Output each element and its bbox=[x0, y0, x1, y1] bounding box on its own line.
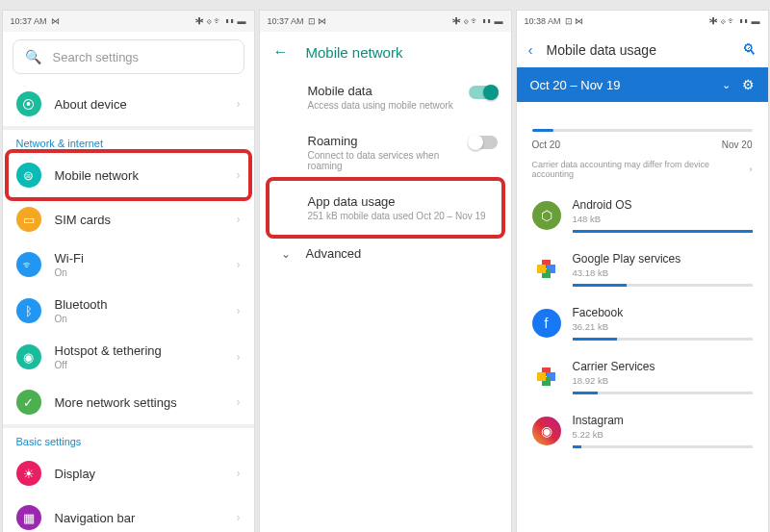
clock: 10:37 AM bbox=[268, 16, 304, 26]
display-icon: ☀ bbox=[16, 461, 41, 486]
app-usage-row[interactable]: Carrier Services18.92 kB bbox=[517, 350, 768, 404]
sim-cards-row[interactable]: ▭ SIM cards › bbox=[3, 197, 254, 241]
facebook-icon: f bbox=[532, 309, 561, 338]
date-range-selector[interactable]: Oct 20 – Nov 19 ⌄ ⚙ bbox=[517, 67, 768, 102]
android-os-icon: ⬡ bbox=[532, 201, 561, 230]
gear-icon[interactable]: ⚙ bbox=[742, 77, 755, 92]
clock: 10:37 AM bbox=[11, 16, 47, 26]
status-icons: ✱ ⊘ ᯤ ▮▮ ▬ bbox=[709, 16, 759, 26]
section-basic: Basic settings bbox=[3, 428, 254, 451]
back-chevron-icon[interactable]: ‹ bbox=[528, 41, 533, 58]
screen-title: Mobile network bbox=[306, 44, 403, 61]
app-data-usage-row[interactable]: App data usage251 kB mobile data used Oc… bbox=[260, 183, 511, 233]
wifi-row[interactable]: ᯤ Wi-FiOn › bbox=[3, 241, 254, 288]
chevron-right-icon: › bbox=[237, 213, 241, 226]
settings-screen: 10:37 AM⋈ ✱ ⊘ ᯤ ▮▮ ▬ 🔍 Search settings ⦿… bbox=[2, 10, 255, 532]
navbar-icon: ▦ bbox=[16, 505, 41, 530]
status-bar: 10:37 AM⊡ ⋈ ✱ ⊘ ᯤ ▮▮ ▬ bbox=[260, 11, 511, 32]
chevron-down-icon: ⌄ bbox=[281, 247, 291, 261]
more-network-icon: ✓ bbox=[16, 390, 41, 415]
bluetooth-icon: ᛒ bbox=[16, 298, 41, 323]
search-icon: 🔍 bbox=[25, 49, 41, 64]
search-icon[interactable]: 🔍︎ bbox=[742, 41, 757, 58]
about-device-row[interactable]: ⦿ About device › bbox=[3, 82, 254, 126]
carrier-services-icon bbox=[532, 363, 561, 392]
chevron-right-icon: › bbox=[237, 467, 241, 480]
chevron-right-icon: › bbox=[237, 168, 241, 182]
instagram-icon: ◉ bbox=[532, 417, 561, 445]
wifi-icon: ᯤ bbox=[16, 252, 41, 277]
search-settings[interactable]: 🔍 Search settings bbox=[13, 39, 244, 74]
app-usage-row[interactable]: f Facebook36.21 kB bbox=[517, 296, 768, 350]
chevron-right-icon: › bbox=[750, 165, 753, 174]
status-bar: 10:38 AM⊡ ⋈ ✱ ⊘ ᯤ ▮▮ ▬ bbox=[517, 11, 768, 32]
mobile-network-screen: 10:37 AM⊡ ⋈ ✱ ⊘ ᯤ ▮▮ ▬ ← Mobile network … bbox=[259, 10, 512, 532]
chevron-right-icon: › bbox=[237, 395, 241, 409]
back-arrow-icon[interactable]: ← bbox=[273, 43, 289, 61]
usage-timeline: Oct 20Nov 20 bbox=[532, 129, 753, 150]
hotspot-row[interactable]: ◉ Hotspot & tetheringOff › bbox=[3, 334, 254, 380]
about-icon: ⦿ bbox=[16, 91, 41, 116]
section-network: Network & internet bbox=[3, 130, 254, 153]
screen-title: Mobile data usage bbox=[547, 42, 729, 58]
advanced-row[interactable]: ⌄ Advanced bbox=[260, 233, 511, 274]
app-usage-row[interactable]: Google Play services43.18 kB bbox=[517, 242, 768, 296]
status-bar: 10:37 AM⋈ ✱ ⊘ ᯤ ▮▮ ▬ bbox=[3, 11, 254, 32]
more-network-row[interactable]: ✓ More network settings › bbox=[3, 380, 254, 424]
chevron-right-icon: › bbox=[237, 97, 241, 111]
sim-icon: ▭ bbox=[16, 207, 41, 232]
carrier-note-row[interactable]: Carrier data accounting may differ from … bbox=[517, 156, 768, 189]
status-icons: ✱ ⊘ ᯤ ▮▮ ▬ bbox=[452, 16, 502, 26]
navigation-bar-row[interactable]: ▦ Navigation bar › bbox=[3, 495, 254, 532]
screen-header: ← Mobile network bbox=[260, 32, 511, 72]
chevron-down-icon: ⌄ bbox=[722, 79, 731, 91]
app-usage-row[interactable]: ⬡ Android OS148 kB bbox=[517, 189, 768, 242]
mobile-data-toggle[interactable] bbox=[469, 86, 498, 99]
app-usage-row[interactable]: ◉ Instagram5.22 kB bbox=[517, 404, 768, 458]
chevron-right-icon: › bbox=[237, 258, 241, 271]
data-usage-screen: 10:38 AM⊡ ⋈ ✱ ⊘ ᯤ ▮▮ ▬ ‹ Mobile data usa… bbox=[516, 10, 769, 532]
bluetooth-row[interactable]: ᛒ BluetoothOn › bbox=[3, 288, 254, 334]
display-row[interactable]: ☀ Display › bbox=[3, 451, 254, 495]
hotspot-icon: ◉ bbox=[16, 344, 41, 369]
chevron-right-icon: › bbox=[237, 304, 241, 317]
mobile-data-row[interactable]: Mobile dataAccess data using mobile netw… bbox=[260, 72, 511, 122]
roaming-toggle[interactable] bbox=[469, 136, 498, 149]
mobile-network-row[interactable]: ⊜ Mobile network › bbox=[3, 153, 254, 197]
clock: 10:38 AM bbox=[525, 16, 561, 26]
search-placeholder: Search settings bbox=[53, 50, 140, 64]
mobile-network-icon: ⊜ bbox=[16, 163, 41, 188]
status-icons: ✱ ⊘ ᯤ ▮▮ ▬ bbox=[195, 16, 245, 26]
chevron-right-icon: › bbox=[237, 350, 241, 364]
play-services-icon bbox=[532, 255, 561, 284]
screen-header: ‹ Mobile data usage 🔍︎ bbox=[517, 32, 768, 67]
chevron-right-icon: › bbox=[237, 511, 241, 524]
roaming-row[interactable]: RoamingConnect to data services when roa… bbox=[260, 122, 511, 183]
